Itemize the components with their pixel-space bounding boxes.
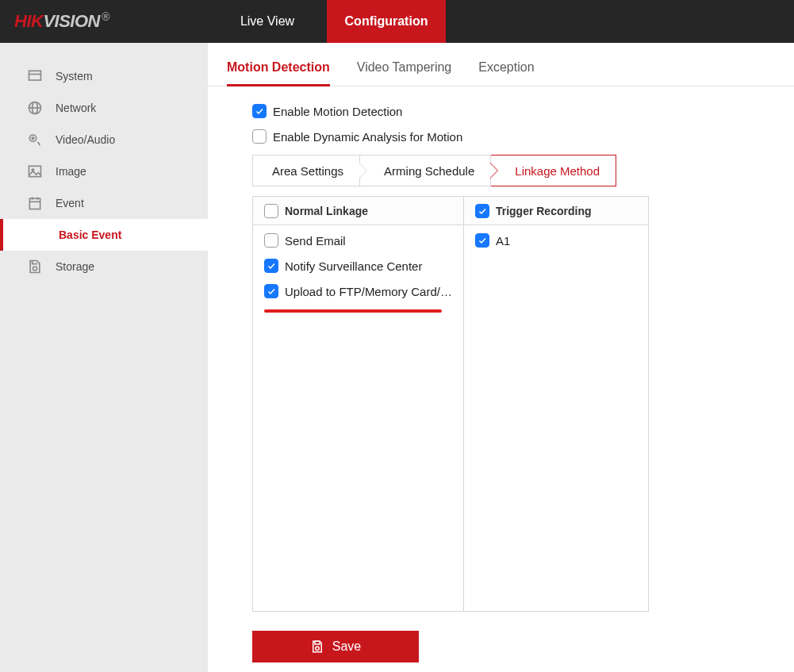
storage-icon	[27, 259, 43, 275]
step-tabs: Area Settings Arming Schedule Linkage Me…	[252, 155, 794, 186]
save-button-label: Save	[332, 639, 361, 654]
system-icon	[27, 68, 43, 84]
save-icon	[310, 639, 324, 654]
nav-live-view[interactable]: Live View	[208, 0, 327, 43]
sidebar-label-network: Network	[56, 102, 96, 114]
sidebar-label-image: Image	[56, 165, 86, 178]
sidebar: System Network Video/Audio Image Event	[0, 43, 208, 672]
svg-point-15	[316, 647, 320, 651]
upload-ftp-checkbox[interactable]	[264, 284, 278, 298]
normal-linkage-header: Normal Linkage	[285, 205, 368, 217]
svg-point-13	[33, 267, 37, 271]
sidebar-item-system[interactable]: System	[0, 60, 208, 92]
tab-exception[interactable]: Exception	[478, 51, 534, 86]
sidebar-item-video-audio[interactable]: Video/Audio	[0, 124, 208, 156]
normal-linkage-header-checkbox[interactable]	[264, 204, 278, 218]
step-arming-schedule[interactable]: Arming Schedule	[360, 155, 491, 186]
svg-rect-7	[29, 166, 41, 176]
sidebar-label-system: System	[56, 70, 93, 83]
a1-checkbox[interactable]	[475, 233, 489, 248]
sidebar-item-storage[interactable]: Storage	[0, 251, 208, 282]
sidebar-label-event: Event	[56, 197, 84, 209]
step-area-settings[interactable]: Area Settings	[252, 155, 360, 186]
logo-hik: HIK	[14, 12, 43, 32]
tab-video-tampering[interactable]: Video Tampering	[357, 51, 452, 86]
upload-ftp-label: Upload to FTP/Memory Card/…	[285, 285, 452, 298]
send-email-checkbox[interactable]	[264, 233, 278, 248]
enable-motion-label: Enable Motion Detection	[273, 105, 402, 118]
sidebar-item-image[interactable]: Image	[0, 156, 208, 187]
svg-point-6	[32, 137, 34, 140]
enable-motion-checkbox[interactable]	[252, 104, 267, 118]
svg-rect-14	[315, 641, 320, 644]
save-button[interactable]: Save	[252, 631, 419, 662]
brand-logo: HIKVISION®	[0, 0, 208, 43]
notify-label: Notify Surveillance Center	[285, 259, 422, 273]
nav-configuration[interactable]: Configuration	[327, 0, 446, 43]
sidebar-label-video-audio: Video/Audio	[56, 133, 115, 146]
sub-tabs: Motion Detection Video Tampering Excepti…	[208, 51, 794, 86]
step-linkage-method[interactable]: Linkage Method	[491, 155, 616, 186]
logo-registered: ®	[102, 10, 109, 23]
annotation-underline	[264, 309, 442, 313]
sidebar-label-storage: Storage	[56, 260, 94, 273]
svg-rect-9	[29, 198, 40, 209]
sidebar-label-basic-event: Basic Event	[59, 228, 121, 241]
sidebar-item-event[interactable]: Event	[0, 187, 208, 219]
linkage-table: Normal Linkage Send Email Notify Surveil…	[252, 196, 649, 612]
sidebar-item-basic-event[interactable]: Basic Event	[0, 219, 208, 251]
enable-dynamic-checkbox[interactable]	[252, 129, 267, 144]
sidebar-item-network[interactable]: Network	[0, 92, 208, 124]
a1-label: A1	[496, 234, 510, 248]
event-icon	[27, 195, 43, 211]
image-icon	[27, 163, 43, 179]
globe-icon	[27, 100, 43, 116]
enable-dynamic-label: Enable Dynamic Analysis for Motion	[273, 130, 462, 144]
notify-checkbox[interactable]	[264, 259, 278, 273]
top-bar: HIKVISION® Live View Configuration	[0, 0, 794, 43]
tab-motion-detection[interactable]: Motion Detection	[227, 51, 330, 86]
video-audio-icon	[27, 132, 43, 148]
trigger-recording-header: Trigger Recording	[496, 205, 592, 217]
trigger-recording-header-checkbox[interactable]	[475, 204, 489, 218]
svg-rect-0	[29, 71, 41, 80]
main-panel: Motion Detection Video Tampering Excepti…	[208, 43, 794, 672]
top-nav: Live View Configuration	[208, 0, 446, 43]
send-email-label: Send Email	[285, 234, 346, 248]
logo-vision: VISION	[43, 12, 100, 32]
